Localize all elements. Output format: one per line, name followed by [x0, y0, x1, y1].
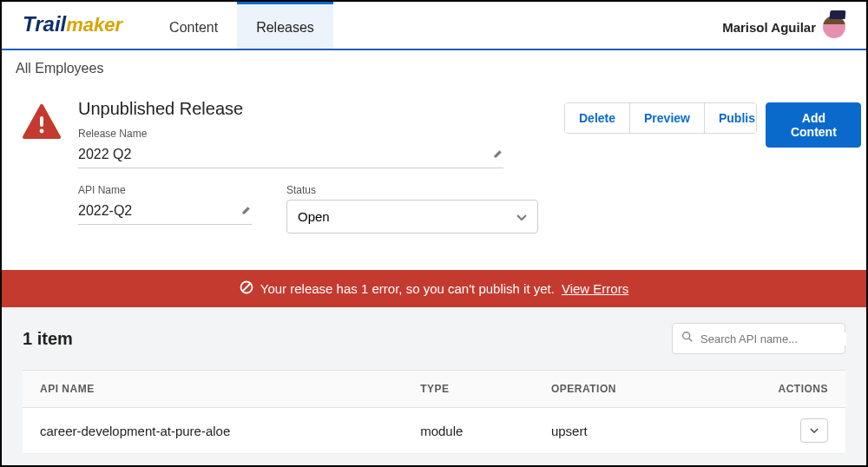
edit-icon[interactable]: [493, 148, 503, 161]
user-name: Marisol Aguilar: [722, 20, 816, 35]
field-api-name: API Name 2022-Q2: [78, 184, 252, 234]
release-details: Unpublished Release Release Name 2022 Q2…: [2, 82, 866, 270]
field-status: Status Open: [286, 184, 547, 234]
svg-rect-0: [40, 116, 43, 127]
preview-button[interactable]: Preview: [630, 103, 705, 133]
search-icon: [681, 331, 694, 346]
release-fields: Unpublished Release Release Name 2022 Q2…: [78, 99, 547, 249]
logo: Trailmaker: [23, 12, 122, 49]
label-release-name: Release Name: [78, 128, 503, 140]
search-input[interactable]: [700, 332, 846, 345]
add-content-button[interactable]: Add Content: [766, 102, 861, 148]
tab-releases[interactable]: Releases: [237, 2, 333, 49]
edit-icon[interactable]: [241, 205, 252, 218]
col-type[interactable]: TYPE: [403, 371, 534, 408]
value-api-name[interactable]: 2022-Q2: [78, 200, 252, 225]
logo-maker: maker: [66, 14, 122, 36]
content-list: 1 item API NAME TYPE OPERATION ACTIONS c…: [2, 307, 866, 467]
cell-type: module: [403, 408, 534, 454]
col-operation[interactable]: OPERATION: [534, 371, 702, 408]
svg-line-3: [242, 284, 250, 292]
label-status: Status: [286, 184, 547, 196]
block-icon: [240, 280, 253, 297]
view-errors-link[interactable]: View Errors: [562, 281, 628, 296]
col-api-name[interactable]: API NAME: [23, 371, 403, 408]
chevron-down-icon: [516, 209, 527, 224]
error-banner: Your release has 1 error, so you can't p…: [2, 270, 866, 307]
svg-point-1: [40, 129, 44, 134]
app-header: Trailmaker Content Releases Marisol Agui…: [2, 2, 866, 50]
text-api-name: 2022-Q2: [78, 203, 132, 219]
warning-icon: [23, 99, 61, 249]
content-table: API NAME TYPE OPERATION ACTIONS career-d…: [23, 370, 845, 454]
page-title: Unpublished Release: [78, 99, 547, 119]
cell-api-name: career-development-at-pure-aloe: [23, 408, 403, 454]
action-group: Delete Preview Publish: [564, 102, 757, 134]
avatar: [823, 16, 845, 38]
cell-actions: [702, 408, 845, 454]
nav-tabs: Content Releases: [150, 2, 333, 49]
status-value: Open: [298, 209, 330, 224]
publish-button[interactable]: Publish: [705, 103, 757, 133]
delete-button[interactable]: Delete: [565, 103, 630, 133]
text-release-name: 2022 Q2: [78, 147, 131, 162]
user-menu[interactable]: Marisol Aguilar: [722, 16, 845, 49]
svg-line-5: [689, 339, 693, 342]
col-actions: ACTIONS: [702, 371, 845, 408]
value-release-name[interactable]: 2022 Q2: [78, 143, 503, 168]
field-release-name: Release Name 2022 Q2: [78, 128, 503, 168]
tab-content[interactable]: Content: [150, 2, 237, 49]
svg-point-4: [683, 332, 690, 339]
search-box[interactable]: [672, 323, 845, 354]
error-message: Your release has 1 error, so you can't p…: [260, 281, 555, 296]
list-header: 1 item: [23, 323, 845, 354]
table-row[interactable]: career-development-at-pure-aloe module u…: [23, 408, 845, 454]
logo-trail: Trail: [23, 12, 66, 36]
row-action-menu[interactable]: [800, 418, 828, 443]
item-count: 1 item: [23, 329, 73, 349]
status-select[interactable]: Open: [286, 200, 538, 234]
cell-operation: upsert: [534, 408, 702, 454]
breadcrumb[interactable]: All Employees: [2, 50, 866, 82]
release-actions: Delete Preview Publish Add Content: [564, 99, 861, 249]
label-api-name: API Name: [78, 184, 252, 196]
